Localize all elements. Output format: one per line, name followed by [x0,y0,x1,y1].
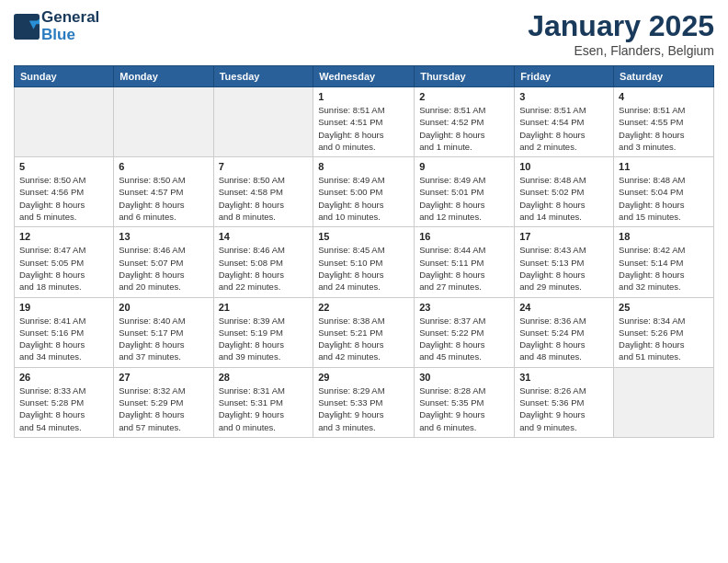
calendar-week-row: 5Sunrise: 8:50 AM Sunset: 4:56 PM Daylig… [15,157,714,227]
day-info: Sunrise: 8:38 AM Sunset: 5:21 PM Dayligh… [318,315,409,363]
day-number: 3 [519,91,609,102]
day-number: 27 [119,372,208,383]
location: Esen, Flanders, Belgium [528,43,714,58]
day-info: Sunrise: 8:45 AM Sunset: 5:10 PM Dayligh… [318,244,409,293]
calendar-day-cell: 19Sunrise: 8:41 AM Sunset: 5:16 PM Dayli… [15,297,114,367]
calendar-day-cell: 16Sunrise: 8:44 AM Sunset: 5:11 PM Dayli… [415,227,515,297]
day-info: Sunrise: 8:39 AM Sunset: 5:19 PM Dayligh… [219,315,309,363]
logo-name-general: General [41,9,99,27]
day-number: 29 [318,372,409,383]
calendar-week-row: 1Sunrise: 8:51 AM Sunset: 4:51 PM Daylig… [15,87,714,157]
day-info: Sunrise: 8:44 AM Sunset: 5:11 PM Dayligh… [419,244,509,293]
calendar-day-cell: 14Sunrise: 8:46 AM Sunset: 5:08 PM Dayli… [213,227,313,297]
day-number: 2 [419,91,509,102]
day-info: Sunrise: 8:48 AM Sunset: 5:04 PM Dayligh… [619,174,709,223]
day-info: Sunrise: 8:51 AM Sunset: 4:52 PM Dayligh… [419,104,509,153]
calendar-day-cell: 13Sunrise: 8:46 AM Sunset: 5:07 PM Dayli… [114,227,213,297]
svg-rect-0 [14,14,40,40]
month-title: January 2025 [528,9,714,43]
calendar-day-cell: 30Sunrise: 8:28 AM Sunset: 5:35 PM Dayli… [415,367,515,437]
day-number: 7 [219,161,309,172]
day-number: 23 [419,302,509,313]
day-number: 28 [219,372,309,383]
calendar-day-cell: 3Sunrise: 8:51 AM Sunset: 4:54 PM Daylig… [515,87,614,157]
calendar-day-cell: 26Sunrise: 8:33 AM Sunset: 5:28 PM Dayli… [15,367,114,437]
day-number: 18 [619,231,709,242]
day-info: Sunrise: 8:50 AM Sunset: 4:56 PM Dayligh… [19,174,108,223]
day-info: Sunrise: 8:32 AM Sunset: 5:29 PM Dayligh… [119,385,208,433]
day-number: 1 [318,91,409,102]
calendar-day-cell: 10Sunrise: 8:48 AM Sunset: 5:02 PM Dayli… [515,157,614,227]
day-info: Sunrise: 8:51 AM Sunset: 4:54 PM Dayligh… [519,104,609,153]
day-number: 10 [519,161,609,172]
day-info: Sunrise: 8:51 AM Sunset: 4:51 PM Dayligh… [318,104,409,153]
day-number: 21 [219,302,309,313]
day-number: 4 [619,91,709,102]
day-info: Sunrise: 8:50 AM Sunset: 4:58 PM Dayligh… [219,174,309,223]
weekday-header-tuesday: Tuesday [213,66,313,87]
day-info: Sunrise: 8:49 AM Sunset: 5:01 PM Dayligh… [419,174,509,223]
calendar-day-cell: 17Sunrise: 8:43 AM Sunset: 5:13 PM Dayli… [515,227,614,297]
calendar-week-row: 26Sunrise: 8:33 AM Sunset: 5:28 PM Dayli… [15,367,714,437]
day-number: 15 [318,231,409,242]
calendar-day-cell: 22Sunrise: 8:38 AM Sunset: 5:21 PM Dayli… [313,297,415,367]
day-info: Sunrise: 8:33 AM Sunset: 5:28 PM Dayligh… [19,385,108,433]
day-number: 24 [519,302,609,313]
day-info: Sunrise: 8:40 AM Sunset: 5:17 PM Dayligh… [119,315,208,363]
day-info: Sunrise: 8:50 AM Sunset: 4:57 PM Dayligh… [119,174,208,223]
logo-name-blue: Blue [41,27,99,44]
weekday-header-sunday: Sunday [15,66,114,87]
weekday-header-thursday: Thursday [415,66,515,87]
calendar-day-cell: 11Sunrise: 8:48 AM Sunset: 5:04 PM Dayli… [614,157,714,227]
calendar-table: SundayMondayTuesdayWednesdayThursdayFrid… [14,65,714,438]
day-number: 5 [19,161,108,172]
weekday-header-monday: Monday [114,66,213,87]
calendar-day-cell: 1Sunrise: 8:51 AM Sunset: 4:51 PM Daylig… [313,87,415,157]
calendar-day-cell: 31Sunrise: 8:26 AM Sunset: 5:36 PM Dayli… [515,367,614,437]
calendar-day-cell: 5Sunrise: 8:50 AM Sunset: 4:56 PM Daylig… [15,157,114,227]
calendar-week-row: 19Sunrise: 8:41 AM Sunset: 5:16 PM Dayli… [15,297,714,367]
day-info: Sunrise: 8:34 AM Sunset: 5:26 PM Dayligh… [619,315,709,363]
day-info: Sunrise: 8:26 AM Sunset: 5:36 PM Dayligh… [519,385,609,433]
day-info: Sunrise: 8:41 AM Sunset: 5:16 PM Dayligh… [19,315,108,363]
calendar-day-cell: 25Sunrise: 8:34 AM Sunset: 5:26 PM Dayli… [614,297,714,367]
calendar-day-cell: 28Sunrise: 8:31 AM Sunset: 5:31 PM Dayli… [213,367,313,437]
day-info: Sunrise: 8:36 AM Sunset: 5:24 PM Dayligh… [519,315,609,363]
day-info: Sunrise: 8:49 AM Sunset: 5:00 PM Dayligh… [318,174,409,223]
calendar-day-cell: 20Sunrise: 8:40 AM Sunset: 5:17 PM Dayli… [114,297,213,367]
calendar-day-cell: 23Sunrise: 8:37 AM Sunset: 5:22 PM Dayli… [415,297,515,367]
calendar-page: General Blue January 2025 Esen, Flanders… [0,0,728,563]
day-info: Sunrise: 8:29 AM Sunset: 5:33 PM Dayligh… [318,385,409,433]
day-info: Sunrise: 8:47 AM Sunset: 5:05 PM Dayligh… [19,244,108,293]
calendar-header-row: SundayMondayTuesdayWednesdayThursdayFrid… [15,66,714,87]
calendar-day-cell [114,87,213,157]
calendar-day-cell [213,87,313,157]
title-block: January 2025 Esen, Flanders, Belgium [528,9,714,58]
day-number: 13 [119,231,208,242]
day-number: 22 [318,302,409,313]
day-number: 14 [219,231,309,242]
day-info: Sunrise: 8:28 AM Sunset: 5:35 PM Dayligh… [419,385,509,433]
day-info: Sunrise: 8:43 AM Sunset: 5:13 PM Dayligh… [519,244,609,293]
day-number: 30 [419,372,509,383]
calendar-day-cell: 7Sunrise: 8:50 AM Sunset: 4:58 PM Daylig… [213,157,313,227]
day-number: 26 [19,372,108,383]
calendar-day-cell: 29Sunrise: 8:29 AM Sunset: 5:33 PM Dayli… [313,367,415,437]
calendar-week-row: 12Sunrise: 8:47 AM Sunset: 5:05 PM Dayli… [15,227,714,297]
day-info: Sunrise: 8:31 AM Sunset: 5:31 PM Dayligh… [219,385,309,433]
day-number: 19 [19,302,108,313]
day-number: 25 [619,302,709,313]
calendar-day-cell: 2Sunrise: 8:51 AM Sunset: 4:52 PM Daylig… [415,87,515,157]
day-info: Sunrise: 8:42 AM Sunset: 5:14 PM Dayligh… [619,244,709,293]
calendar-day-cell: 4Sunrise: 8:51 AM Sunset: 4:55 PM Daylig… [614,87,714,157]
day-number: 16 [419,231,509,242]
calendar-day-cell: 21Sunrise: 8:39 AM Sunset: 5:19 PM Dayli… [213,297,313,367]
day-number: 6 [119,161,208,172]
day-info: Sunrise: 8:51 AM Sunset: 4:55 PM Dayligh… [619,104,709,153]
day-number: 9 [419,161,509,172]
weekday-header-saturday: Saturday [614,66,714,87]
header: General Blue January 2025 Esen, Flanders… [14,9,714,58]
day-number: 8 [318,161,409,172]
calendar-day-cell: 18Sunrise: 8:42 AM Sunset: 5:14 PM Dayli… [614,227,714,297]
day-info: Sunrise: 8:46 AM Sunset: 5:07 PM Dayligh… [119,244,208,293]
